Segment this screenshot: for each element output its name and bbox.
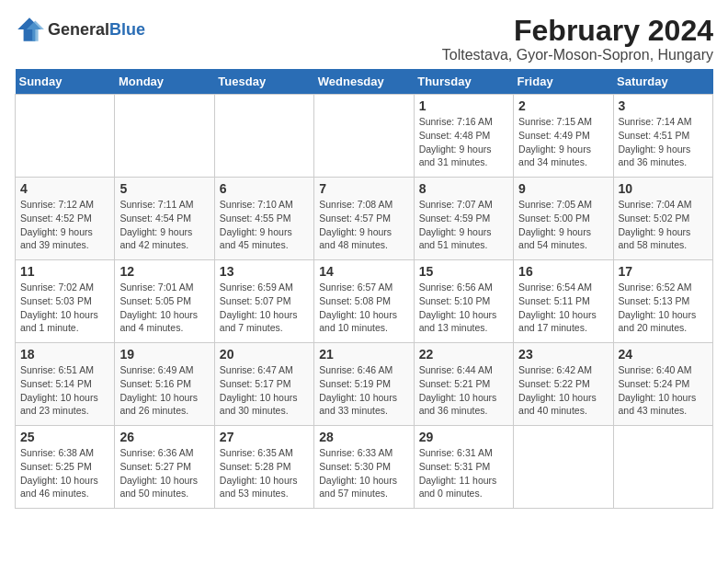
- calendar-cell: 2Sunrise: 7:15 AM Sunset: 4:49 PM Daylig…: [514, 95, 613, 178]
- calendar-cell: 5Sunrise: 7:11 AM Sunset: 4:54 PM Daylig…: [115, 178, 214, 260]
- cell-date-number: 22: [419, 347, 508, 362]
- calendar-day-header: Thursday: [414, 69, 513, 95]
- calendar-cell: [16, 95, 115, 178]
- calendar-week-row: 11Sunrise: 7:02 AM Sunset: 5:03 PM Dayli…: [16, 260, 713, 343]
- cell-date-number: 9: [518, 181, 608, 196]
- cell-date-number: 21: [319, 347, 408, 362]
- cell-daylight-info: Sunrise: 7:15 AM Sunset: 4:49 PM Dayligh…: [518, 115, 608, 169]
- cell-date-number: 3: [619, 98, 708, 113]
- cell-daylight-info: Sunrise: 6:46 AM Sunset: 5:19 PM Dayligh…: [319, 363, 408, 418]
- calendar-cell: 17Sunrise: 6:52 AM Sunset: 5:13 PM Dayli…: [613, 260, 712, 343]
- cell-daylight-info: Sunrise: 6:35 AM Sunset: 5:28 PM Dayligh…: [220, 446, 309, 500]
- cell-date-number: 4: [20, 181, 109, 196]
- calendar-cell: 28Sunrise: 6:33 AM Sunset: 5:30 PM Dayli…: [314, 426, 414, 509]
- cell-date-number: 13: [220, 264, 309, 279]
- cell-date-number: 7: [319, 181, 408, 196]
- cell-date-number: 19: [119, 347, 209, 362]
- cell-date-number: 2: [518, 98, 608, 113]
- cell-date-number: 25: [20, 430, 109, 444]
- cell-daylight-info: Sunrise: 6:33 AM Sunset: 5:30 PM Dayligh…: [319, 446, 408, 500]
- cell-date-number: 5: [119, 181, 209, 196]
- calendar-cell: 18Sunrise: 6:51 AM Sunset: 5:14 PM Dayli…: [16, 343, 115, 426]
- cell-daylight-info: Sunrise: 7:14 AM Sunset: 4:51 PM Dayligh…: [619, 115, 708, 169]
- cell-daylight-info: Sunrise: 6:44 AM Sunset: 5:21 PM Dayligh…: [419, 363, 508, 418]
- cell-date-number: 23: [518, 347, 608, 362]
- cell-date-number: 28: [319, 430, 408, 444]
- cell-date-number: 6: [220, 181, 309, 196]
- calendar-day-header: Tuesday: [214, 69, 313, 95]
- calendar-cell: [214, 95, 313, 178]
- cell-daylight-info: Sunrise: 7:11 AM Sunset: 4:54 PM Dayligh…: [119, 198, 209, 252]
- cell-daylight-info: Sunrise: 6:59 AM Sunset: 5:07 PM Dayligh…: [220, 281, 309, 335]
- calendar-cell: 7Sunrise: 7:08 AM Sunset: 4:57 PM Daylig…: [314, 178, 414, 260]
- page-title: February 2024: [442, 15, 713, 47]
- calendar-week-row: 25Sunrise: 6:38 AM Sunset: 5:25 PM Dayli…: [16, 426, 713, 509]
- calendar-header-row: SundayMondayTuesdayWednesdayThursdayFrid…: [16, 69, 713, 95]
- cell-date-number: 18: [20, 347, 109, 362]
- calendar-day-header: Wednesday: [314, 69, 414, 95]
- cell-daylight-info: Sunrise: 6:40 AM Sunset: 5:24 PM Dayligh…: [619, 363, 708, 418]
- calendar-cell: 11Sunrise: 7:02 AM Sunset: 5:03 PM Dayli…: [16, 260, 115, 343]
- cell-date-number: 15: [419, 264, 508, 279]
- calendar-cell: 6Sunrise: 7:10 AM Sunset: 4:55 PM Daylig…: [214, 178, 313, 260]
- page-header: GeneralBlue February 2024 Toltestava, Gy…: [15, 15, 713, 63]
- calendar-day-header: Sunday: [16, 69, 115, 95]
- cell-daylight-info: Sunrise: 7:04 AM Sunset: 5:02 PM Dayligh…: [619, 198, 708, 252]
- cell-daylight-info: Sunrise: 6:31 AM Sunset: 5:31 PM Dayligh…: [419, 446, 508, 500]
- calendar-cell: 16Sunrise: 6:54 AM Sunset: 5:11 PM Dayli…: [514, 260, 613, 343]
- calendar-cell: 8Sunrise: 7:07 AM Sunset: 4:59 PM Daylig…: [414, 178, 513, 260]
- calendar-cell: [514, 426, 613, 509]
- cell-date-number: 11: [20, 264, 109, 279]
- cell-date-number: 10: [619, 181, 708, 196]
- calendar-cell: 15Sunrise: 6:56 AM Sunset: 5:10 PM Dayli…: [414, 260, 513, 343]
- cell-date-number: 20: [220, 347, 309, 362]
- page-subtitle: Toltestava, Gyor-Moson-Sopron, Hungary: [442, 47, 713, 63]
- cell-daylight-info: Sunrise: 6:56 AM Sunset: 5:10 PM Dayligh…: [419, 281, 508, 335]
- calendar-cell: 12Sunrise: 7:01 AM Sunset: 5:05 PM Dayli…: [115, 260, 214, 343]
- calendar-cell: 14Sunrise: 6:57 AM Sunset: 5:08 PM Dayli…: [314, 260, 414, 343]
- cell-daylight-info: Sunrise: 7:10 AM Sunset: 4:55 PM Dayligh…: [220, 198, 309, 252]
- calendar-table: SundayMondayTuesdayWednesdayThursdayFrid…: [15, 69, 713, 509]
- calendar-cell: 3Sunrise: 7:14 AM Sunset: 4:51 PM Daylig…: [613, 95, 712, 178]
- calendar-cell: 23Sunrise: 6:42 AM Sunset: 5:22 PM Dayli…: [514, 343, 613, 426]
- calendar-cell: 4Sunrise: 7:12 AM Sunset: 4:52 PM Daylig…: [16, 178, 115, 260]
- logo-general-text: GeneralBlue: [48, 20, 145, 40]
- cell-daylight-info: Sunrise: 6:49 AM Sunset: 5:16 PM Dayligh…: [119, 363, 209, 418]
- calendar-day-header: Saturday: [613, 69, 712, 95]
- calendar-cell: 13Sunrise: 6:59 AM Sunset: 5:07 PM Dayli…: [214, 260, 313, 343]
- cell-date-number: 12: [119, 264, 209, 279]
- calendar-cell: 26Sunrise: 6:36 AM Sunset: 5:27 PM Dayli…: [115, 426, 214, 509]
- calendar-cell: 24Sunrise: 6:40 AM Sunset: 5:24 PM Dayli…: [613, 343, 712, 426]
- cell-daylight-info: Sunrise: 7:12 AM Sunset: 4:52 PM Dayligh…: [20, 198, 109, 252]
- cell-date-number: 17: [619, 264, 708, 279]
- calendar-cell: [115, 95, 214, 178]
- cell-date-number: 14: [319, 264, 408, 279]
- cell-daylight-info: Sunrise: 7:05 AM Sunset: 5:00 PM Dayligh…: [518, 198, 608, 252]
- cell-daylight-info: Sunrise: 7:08 AM Sunset: 4:57 PM Dayligh…: [319, 198, 408, 252]
- cell-daylight-info: Sunrise: 7:02 AM Sunset: 5:03 PM Dayligh…: [20, 281, 109, 335]
- cell-daylight-info: Sunrise: 6:36 AM Sunset: 5:27 PM Dayligh…: [119, 446, 209, 500]
- cell-daylight-info: Sunrise: 6:52 AM Sunset: 5:13 PM Dayligh…: [619, 281, 708, 335]
- cell-date-number: 27: [220, 430, 309, 444]
- calendar-cell: 10Sunrise: 7:04 AM Sunset: 5:02 PM Dayli…: [613, 178, 712, 260]
- cell-date-number: 29: [419, 430, 508, 444]
- cell-date-number: 16: [518, 264, 608, 279]
- title-area: February 2024 Toltestava, Gyor-Moson-Sop…: [442, 15, 713, 63]
- calendar-cell: 27Sunrise: 6:35 AM Sunset: 5:28 PM Dayli…: [214, 426, 313, 509]
- logo: GeneralBlue: [15, 15, 145, 44]
- cell-daylight-info: Sunrise: 6:54 AM Sunset: 5:11 PM Dayligh…: [518, 281, 608, 335]
- cell-date-number: 26: [119, 430, 209, 444]
- cell-daylight-info: Sunrise: 6:57 AM Sunset: 5:08 PM Dayligh…: [319, 281, 408, 335]
- cell-daylight-info: Sunrise: 6:42 AM Sunset: 5:22 PM Dayligh…: [518, 363, 608, 418]
- calendar-day-header: Monday: [115, 69, 214, 95]
- cell-daylight-info: Sunrise: 6:38 AM Sunset: 5:25 PM Dayligh…: [20, 446, 109, 500]
- calendar-cell: 22Sunrise: 6:44 AM Sunset: 5:21 PM Dayli…: [414, 343, 513, 426]
- cell-daylight-info: Sunrise: 6:51 AM Sunset: 5:14 PM Dayligh…: [20, 363, 109, 418]
- calendar-day-header: Friday: [514, 69, 613, 95]
- calendar-cell: 9Sunrise: 7:05 AM Sunset: 5:00 PM Daylig…: [514, 178, 613, 260]
- calendar-week-row: 18Sunrise: 6:51 AM Sunset: 5:14 PM Dayli…: [16, 343, 713, 426]
- cell-date-number: 24: [619, 347, 708, 362]
- calendar-cell: 19Sunrise: 6:49 AM Sunset: 5:16 PM Dayli…: [115, 343, 214, 426]
- cell-daylight-info: Sunrise: 7:16 AM Sunset: 4:48 PM Dayligh…: [419, 115, 508, 169]
- calendar-cell: 21Sunrise: 6:46 AM Sunset: 5:19 PM Dayli…: [314, 343, 414, 426]
